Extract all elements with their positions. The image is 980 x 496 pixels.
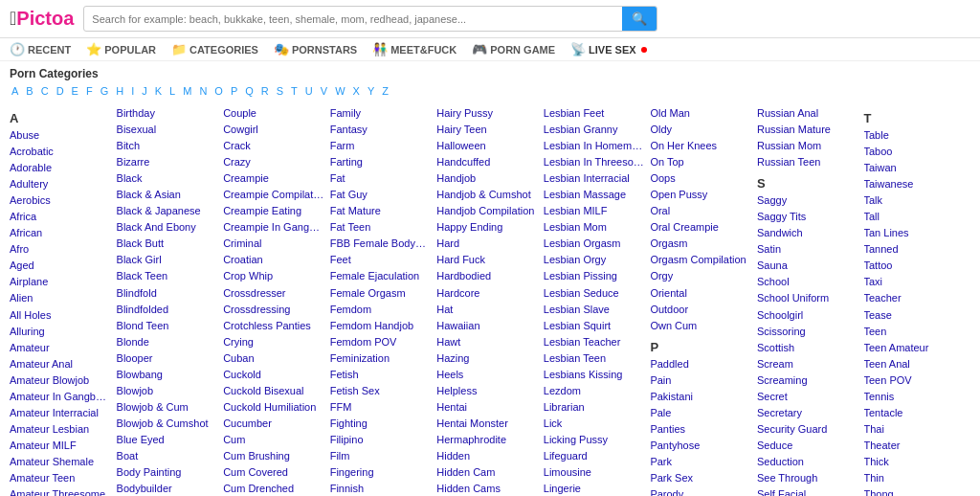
cat-item[interactable]: Secretary bbox=[757, 405, 858, 421]
cat-item[interactable]: Crazy bbox=[223, 154, 324, 170]
cat-item[interactable]: Blowjob bbox=[117, 383, 218, 399]
cat-item[interactable]: Self Facial bbox=[757, 486, 858, 496]
cat-item[interactable]: Handcuffed bbox=[436, 154, 538, 170]
cat-item[interactable]: Tentacle bbox=[864, 405, 966, 421]
cat-item[interactable]: Alien bbox=[10, 290, 111, 306]
cat-item[interactable]: Taiwan bbox=[864, 160, 966, 176]
cat-item[interactable]: Crossdressing bbox=[223, 302, 324, 318]
cat-item[interactable]: Oral bbox=[650, 203, 751, 219]
cat-item[interactable]: Amateur Threesome bbox=[10, 486, 111, 496]
cat-item[interactable]: Black & Japanese bbox=[117, 203, 218, 219]
cat-item[interactable]: Parody bbox=[650, 486, 751, 496]
alpha-link-b[interactable]: B bbox=[24, 84, 34, 98]
cat-item[interactable]: Fat bbox=[330, 170, 432, 187]
cat-item[interactable]: Lesbian Feet bbox=[544, 105, 645, 122]
cat-item[interactable]: Acrobatic bbox=[10, 144, 111, 160]
cat-item[interactable]: Lesbian Massage bbox=[544, 187, 645, 203]
alpha-link-n[interactable]: N bbox=[197, 84, 209, 98]
cat-item[interactable]: Femdom Handjob bbox=[330, 318, 432, 334]
cat-item[interactable]: Body Painting bbox=[117, 464, 218, 481]
cat-item[interactable]: Hard Fuck bbox=[436, 252, 538, 268]
cat-item[interactable]: Lesbian Granny bbox=[544, 122, 645, 138]
cat-item[interactable]: Scissoring bbox=[757, 324, 858, 340]
alpha-link-s[interactable]: S bbox=[275, 84, 285, 98]
cat-item[interactable]: Crop Whip bbox=[223, 268, 324, 284]
alpha-link-l[interactable]: L bbox=[167, 84, 177, 98]
cat-item[interactable]: Park Sex bbox=[650, 470, 751, 486]
cat-item[interactable]: School bbox=[757, 274, 858, 290]
cat-item[interactable]: Hentai Monster bbox=[436, 416, 538, 432]
cat-item[interactable]: Handjob bbox=[436, 170, 538, 187]
cat-item[interactable]: Cucumber bbox=[223, 416, 324, 432]
cat-item[interactable]: Cuckold Humiliation bbox=[223, 399, 324, 416]
cat-item[interactable]: Panties bbox=[650, 421, 751, 438]
cat-item[interactable]: Film bbox=[330, 448, 432, 464]
cat-item[interactable]: Tanned bbox=[864, 241, 966, 258]
cat-item[interactable]: Aerobics bbox=[10, 192, 111, 209]
alpha-link-d[interactable]: D bbox=[55, 84, 66, 98]
cat-item[interactable]: Helpless bbox=[436, 383, 538, 399]
cat-item[interactable]: Own Cum bbox=[650, 318, 751, 334]
cat-item[interactable]: Black bbox=[117, 170, 218, 187]
cat-item[interactable]: Thong bbox=[864, 486, 966, 496]
cat-item[interactable]: Femdom bbox=[330, 302, 432, 318]
cat-item[interactable]: Pantyhose bbox=[650, 438, 751, 454]
cat-item[interactable]: Tall bbox=[864, 209, 966, 225]
cat-item[interactable]: Birthday bbox=[117, 105, 218, 122]
cat-item[interactable]: Security Guard bbox=[757, 421, 858, 438]
cat-item[interactable]: Hidden bbox=[436, 448, 538, 464]
alpha-link-h[interactable]: H bbox=[114, 84, 125, 98]
cat-item[interactable]: Halloween bbox=[436, 138, 538, 154]
cat-item[interactable]: Handjob Compilation bbox=[436, 203, 538, 219]
cat-item[interactable]: Cuban bbox=[223, 350, 324, 367]
cat-item[interactable]: Blonde bbox=[117, 334, 218, 350]
cat-item[interactable]: African bbox=[10, 225, 111, 241]
cat-item[interactable]: Cum bbox=[223, 432, 324, 448]
cat-item[interactable]: Tattoo bbox=[864, 258, 966, 274]
cat-item[interactable]: Russian Anal bbox=[757, 105, 858, 122]
cat-item[interactable]: Lesbian Pissing bbox=[544, 268, 645, 284]
cat-item[interactable]: Airplane bbox=[10, 274, 111, 290]
cat-item[interactable]: Farm bbox=[330, 138, 432, 154]
cat-item[interactable]: Oral Creampie bbox=[650, 219, 751, 236]
cat-item[interactable]: Fantasy bbox=[330, 122, 432, 138]
cat-item[interactable]: Table bbox=[864, 127, 966, 144]
cat-item[interactable]: Paddled bbox=[650, 356, 751, 372]
cat-item[interactable]: Scream bbox=[757, 356, 858, 372]
cat-item[interactable]: Amateur Shemale bbox=[10, 454, 111, 470]
cat-item[interactable]: Creampie In Gangbang bbox=[223, 219, 324, 236]
cat-item[interactable]: Blindfolded bbox=[117, 302, 218, 318]
cat-item[interactable]: Satin bbox=[757, 241, 858, 258]
cat-item[interactable]: Old Man bbox=[650, 105, 751, 122]
cat-item[interactable]: Secret bbox=[757, 389, 858, 405]
cat-item[interactable]: Screaming bbox=[757, 372, 858, 389]
cat-item[interactable]: Saggy bbox=[757, 192, 858, 209]
cat-item[interactable]: Bodybuilder bbox=[117, 481, 218, 496]
cat-item[interactable]: Lesbian Orgy bbox=[544, 252, 645, 268]
cat-item[interactable]: Russian Teen bbox=[757, 154, 858, 170]
cat-item[interactable]: Blindfold bbox=[117, 285, 218, 302]
cat-item[interactable]: Bisexual bbox=[117, 122, 218, 138]
cat-item[interactable]: Scottish bbox=[757, 340, 858, 356]
cat-item[interactable]: Fat Mature bbox=[330, 203, 432, 219]
cat-item[interactable]: Teen Amateur bbox=[864, 340, 966, 356]
cat-item[interactable]: Adorable bbox=[10, 160, 111, 176]
cat-item[interactable]: On Top bbox=[650, 154, 751, 170]
cat-item[interactable]: Teen bbox=[864, 324, 966, 340]
cat-item[interactable]: Thai bbox=[864, 421, 966, 438]
cat-item[interactable]: Russian Mature bbox=[757, 122, 858, 138]
cat-item[interactable]: On Her Knees bbox=[650, 138, 751, 154]
cat-item[interactable]: Aged bbox=[10, 258, 111, 274]
cat-item[interactable]: Hat bbox=[436, 302, 538, 318]
cat-item[interactable]: Hairy Teen bbox=[436, 122, 538, 138]
cat-item[interactable]: School Uniform bbox=[757, 290, 858, 306]
alpha-link-p[interactable]: P bbox=[229, 84, 239, 98]
cat-item[interactable]: Orgasm bbox=[650, 236, 751, 252]
cat-item[interactable]: Oriental bbox=[650, 285, 751, 302]
cat-item[interactable]: Pale bbox=[650, 405, 751, 421]
cat-item[interactable]: Black Butt bbox=[117, 236, 218, 252]
cat-item[interactable]: Amateur Lesbian bbox=[10, 421, 111, 438]
cat-item[interactable]: Taboo bbox=[864, 144, 966, 160]
cat-item[interactable]: Hairy Pussy bbox=[436, 105, 538, 122]
alpha-link-m[interactable]: M bbox=[181, 84, 193, 98]
